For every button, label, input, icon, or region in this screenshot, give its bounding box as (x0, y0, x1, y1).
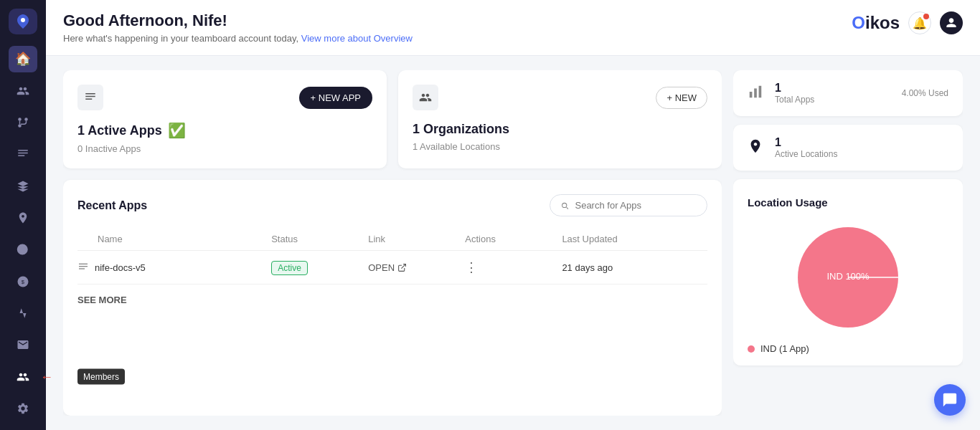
app-list-icon (77, 262, 89, 273)
open-link-button[interactable]: OPEN (368, 262, 465, 273)
pie-chart-container: IND 100% (748, 220, 948, 335)
active-locations-count: 1 (775, 136, 948, 149)
svg-line-16 (401, 264, 405, 268)
svg-rect-18 (754, 88, 757, 97)
active-locations-stat: 1 Active Locations (733, 125, 963, 171)
active-locations-info: 1 Active Locations (775, 136, 948, 159)
sidebar-item-analytics[interactable] (9, 300, 37, 326)
brand-rest: ikos (865, 13, 900, 33)
search-input[interactable] (575, 200, 697, 211)
overview-link[interactable]: View more about Overview (301, 33, 413, 44)
org-icon (413, 85, 438, 110)
col-name: Name (77, 234, 271, 244)
content-area: + NEW APP 1 Active Apps ✅ 0 Inactive App… (46, 56, 980, 430)
sidebar-item-users[interactable] (9, 78, 37, 104)
search-icon (560, 201, 569, 211)
location-usage-card: Location Usage IND 100% IND (1 App) (733, 179, 963, 366)
svg-point-0 (21, 18, 25, 22)
apps-icon (77, 85, 103, 110)
svg-point-1 (24, 118, 28, 121)
table-row: nife-docs-v5 Active OPEN ⋮ 21 days ago (77, 251, 707, 285)
recent-apps-card: Recent Apps Name Status Link Actions Las… (63, 180, 722, 416)
brand-o: O (852, 13, 865, 33)
sidebar-item-location[interactable] (9, 205, 37, 231)
last-updated-cell: 21 days ago (562, 262, 707, 273)
sidebar-item-inbox[interactable] (9, 332, 37, 358)
members-tooltip: ← Members (40, 369, 55, 384)
summary-cards: + NEW APP 1 Active Apps ✅ 0 Inactive App… (63, 70, 722, 168)
sidebar-item-chart[interactable] (9, 236, 37, 262)
check-icon: ✅ (168, 122, 186, 139)
col-updated: Last Updated (562, 234, 707, 244)
status-cell: Active (271, 262, 368, 273)
header-left: Good Afternoon, Nife! Here what's happen… (63, 11, 413, 44)
header-subtitle: Here what's happening in your teamboard … (63, 33, 413, 44)
app-name-cell: nife-docs-v5 (77, 262, 271, 273)
members-tooltip-label: Members (77, 369, 125, 385)
total-apps-used: 4.00% Used (902, 88, 948, 98)
brand-name: Oikos (852, 13, 900, 33)
svg-rect-19 (759, 85, 762, 97)
user-avatar-button[interactable] (940, 11, 963, 34)
bar-chart-icon (748, 84, 763, 103)
table-header: Name Status Link Actions Last Updated (77, 228, 707, 251)
svg-text:IND 100%: IND 100% (826, 271, 870, 282)
logo[interactable] (9, 9, 37, 34)
total-apps-count: 1 (775, 82, 890, 95)
svg-rect-17 (750, 92, 753, 97)
col-status: Status (271, 234, 368, 244)
sidebar-item-home[interactable]: 🏠 (9, 46, 37, 72)
svg-rect-13 (79, 264, 88, 264)
see-more-button[interactable]: SEE MORE (77, 295, 127, 305)
location-usage-title: Location Usage (748, 196, 948, 209)
svg-rect-12 (85, 99, 92, 100)
pin-icon (748, 138, 763, 158)
main-area: Good Afternoon, Nife! Here what's happen… (46, 0, 980, 430)
total-apps-stat: 1 Total Apps 4.00% Used (733, 70, 963, 116)
sidebar-item-git[interactable] (9, 110, 37, 135)
sidebar-item-layers[interactable] (9, 173, 37, 199)
active-apps-title: 1 Active Apps ✅ (77, 122, 372, 139)
sidebar: 🏠 $ ← Members (0, 0, 46, 430)
left-panel: + NEW APP 1 Active Apps ✅ 0 Inactive App… (63, 70, 722, 416)
location-pie-chart: IND 100% (791, 220, 905, 335)
actions-menu-button[interactable]: ⋮ (465, 259, 562, 275)
organizations-title: 1 Organizations (413, 122, 707, 137)
notification-badge (923, 14, 929, 19)
page-title: Good Afternoon, Nife! (63, 11, 413, 30)
sidebar-item-list[interactable] (9, 141, 37, 167)
chat-icon (942, 392, 958, 408)
svg-rect-5 (18, 150, 28, 151)
right-panel: 1 Total Apps 4.00% Used 1 Active Locatio… (733, 70, 963, 416)
recent-apps-title: Recent Apps (77, 199, 147, 212)
sidebar-item-members[interactable]: ← Members (9, 363, 37, 389)
external-link-icon (397, 263, 407, 272)
legend-label: IND (1 App) (760, 343, 809, 354)
active-locations-label: Active Locations (775, 149, 948, 159)
col-actions: Actions (465, 234, 562, 244)
red-arrow-icon: ← (40, 369, 53, 384)
notification-bell-button[interactable]: 🔔 (908, 11, 931, 34)
svg-rect-15 (79, 268, 85, 269)
header: Good Afternoon, Nife! Here what's happen… (46, 0, 980, 56)
svg-rect-7 (18, 156, 24, 157)
sidebar-item-billing[interactable]: $ (9, 269, 37, 295)
chat-button[interactable] (934, 384, 966, 416)
recent-apps-header: Recent Apps (77, 194, 707, 216)
svg-rect-11 (85, 96, 95, 97)
new-org-button[interactable]: + NEW (656, 87, 707, 109)
total-apps-info: 1 Total Apps (775, 82, 890, 105)
search-box[interactable] (550, 194, 707, 216)
svg-rect-10 (85, 93, 95, 95)
status-badge: Active (271, 261, 308, 275)
total-apps-label: Total Apps (775, 95, 890, 105)
card-header: + NEW (413, 85, 707, 110)
sidebar-item-settings[interactable] (9, 396, 37, 421)
svg-point-3 (18, 118, 22, 121)
svg-rect-6 (18, 153, 28, 154)
active-apps-card: + NEW APP 1 Active Apps ✅ 0 Inactive App… (63, 70, 387, 168)
col-link: Link (368, 234, 465, 244)
legend-dot (748, 345, 755, 353)
new-app-button[interactable]: + NEW APP (299, 87, 372, 109)
organizations-card: + NEW 1 Organizations 1 Available Locati… (398, 70, 722, 168)
